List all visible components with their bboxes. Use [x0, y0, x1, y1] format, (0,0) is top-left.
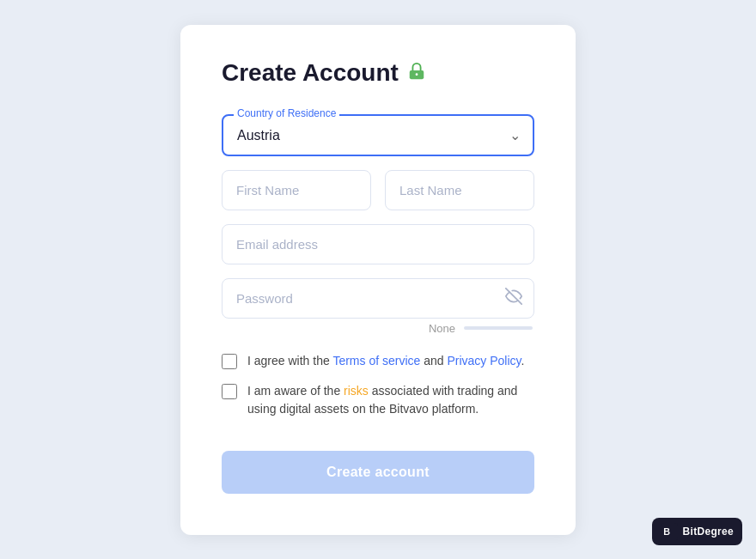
strength-label: None: [429, 322, 455, 335]
bitdegree-label: BitDegree: [683, 526, 734, 538]
email-group: [222, 224, 534, 264]
risks-label: I am aware of the risks associated with …: [247, 382, 534, 418]
svg-text:B: B: [663, 526, 670, 537]
password-strength-row: None: [222, 322, 534, 335]
password-wrapper: [222, 278, 534, 319]
country-group: Country of Residence Austria Germany Fra…: [222, 114, 534, 156]
privacy-link[interactable]: Privacy Policy: [447, 354, 521, 368]
country-select-wrapper: Country of Residence Austria Germany Fra…: [222, 114, 534, 156]
last-name-input[interactable]: [385, 170, 534, 210]
name-row: [222, 170, 534, 210]
password-group: None: [222, 278, 534, 335]
password-input[interactable]: [222, 278, 534, 319]
terms-checkbox[interactable]: [222, 354, 237, 369]
create-account-card: Create Account Country of Residence Aust…: [180, 25, 576, 535]
country-select[interactable]: Austria Germany France United Kingdom Un…: [223, 116, 533, 155]
bitdegree-badge: B BitDegree: [652, 518, 742, 545]
page-title: Create Account: [222, 59, 399, 87]
terms-label: I agree with the Terms of service and Pr…: [247, 352, 524, 370]
risks-link[interactable]: risks: [344, 384, 369, 398]
create-account-button[interactable]: Create account: [222, 451, 534, 494]
first-name-input[interactable]: [222, 170, 371, 210]
title-row: Create Account: [222, 59, 534, 87]
terms-checkbox-group: I agree with the Terms of service and Pr…: [222, 352, 534, 370]
terms-link[interactable]: Terms of service: [332, 354, 420, 368]
eye-off-icon[interactable]: [505, 288, 522, 308]
risks-checkbox[interactable]: [222, 384, 237, 399]
lock-icon: [407, 62, 426, 84]
email-input[interactable]: [222, 224, 534, 264]
risks-checkbox-group: I am aware of the risks associated with …: [222, 382, 534, 418]
country-label: Country of Residence: [234, 107, 339, 119]
strength-bar: [464, 326, 533, 330]
svg-point-1: [416, 73, 418, 76]
